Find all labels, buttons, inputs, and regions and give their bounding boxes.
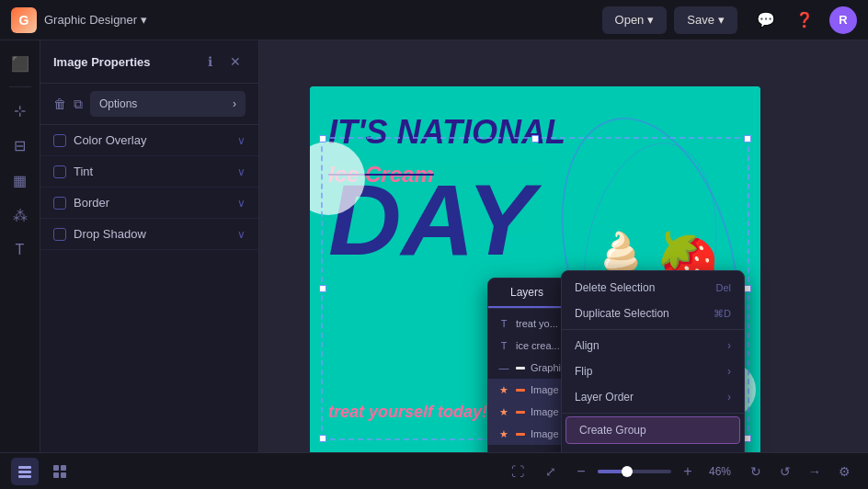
svg-rect-1 [18, 471, 31, 473]
left-toolbar: ⬛ ⊹ ⊟ ▦ ⁂ T [0, 40, 40, 452]
chevron-right-icon: › [233, 97, 236, 110]
topbar: G Graphic Designer ▾ Open ▾ Save ▾ 💬 ❓ R [0, 0, 868, 40]
color-overlay-checkbox[interactable] [53, 134, 66, 147]
panel-header-icons: ℹ ✕ [200, 51, 246, 72]
delete-icon[interactable]: 🗑 [53, 97, 66, 111]
color-overlay-section[interactable]: Color Overlay ∨ [40, 125, 258, 156]
adjust-icon[interactable]: ⊟ [5, 130, 36, 161]
text-icon[interactable]: T [5, 234, 36, 266]
toolbar-separator [9, 86, 31, 87]
image-layer-icon: ★ [497, 405, 510, 418]
design-title-text: IT'S NATIONAL [328, 114, 565, 151]
border-label: Border [74, 196, 230, 210]
home-icon[interactable]: ⬛ [5, 48, 36, 79]
layers-view-icon[interactable] [11, 458, 39, 485]
chevron-right-icon: › [727, 450, 731, 452]
grid-view-icon[interactable] [46, 458, 74, 485]
app-name-label: Graphic Designer [44, 13, 137, 27]
canvas-area[interactable]: IT'S NATIONAL Ice Cream DAY treat yourse… [259, 40, 868, 452]
settings-icon[interactable]: ⚙ [831, 459, 857, 484]
text-layer-icon: T [497, 317, 510, 330]
app-logo: G [11, 7, 37, 33]
chevron-down-icon: ▾ [647, 13, 654, 27]
tint-chevron: ∨ [237, 165, 246, 178]
chevron-down-icon: ▾ [141, 13, 147, 27]
svg-rect-5 [53, 472, 59, 478]
color-overlay-label: Color Overlay [74, 133, 230, 147]
image2-dot [516, 433, 525, 436]
panel-title: Image Properties [53, 55, 151, 69]
fullscreen-icon[interactable]: ⛶ [504, 458, 531, 485]
color-overlay-chevron: ∨ [237, 134, 246, 147]
close-icon[interactable]: ✕ [225, 51, 246, 72]
image-layer-icon: ★ [497, 383, 510, 396]
drop-shadow-chevron: ∨ [237, 228, 246, 241]
ctx-duplicate-selection[interactable]: Duplicate Selection ⌘D [562, 301, 744, 326]
chevron-right-icon: › [727, 391, 731, 404]
app-name-button[interactable]: Graphic Designer ▾ [44, 13, 147, 27]
context-menu: Delete Selection Del Duplicate Selection… [561, 270, 745, 452]
graphic-layer-icon: — [497, 361, 510, 374]
drop-shadow-section[interactable]: Drop Shadow ∨ [40, 219, 258, 250]
chevron-right-icon: › [727, 365, 731, 378]
bottom-right-icons: ↻ ↺ → ⚙ [743, 459, 857, 484]
ctx-add-to-group[interactable]: Add to Group › [562, 444, 744, 452]
main-area: ⬛ ⊹ ⊟ ▦ ⁂ T Image Properties ℹ ✕ 🗑 ⧉ Opt… [0, 40, 868, 452]
tint-label: Tint [74, 165, 230, 178]
open-button[interactable]: Open ▾ [602, 6, 668, 34]
drop-shadow-checkbox[interactable] [53, 228, 66, 241]
image-layer-icon: ★ [497, 427, 510, 440]
options-button[interactable]: Options › [90, 91, 246, 117]
svg-rect-4 [61, 465, 66, 471]
ctx-align[interactable]: Align › [562, 333, 744, 358]
zoom-controls: ⛶ ⤢ − + 46% [504, 458, 736, 485]
save-button[interactable]: Save ▾ [674, 6, 737, 34]
zoom-out-button[interactable]: − [570, 461, 592, 483]
undo-icon[interactable]: ↺ [772, 459, 798, 484]
fit-screen-icon[interactable]: ⤢ [537, 458, 565, 485]
people-icon[interactable]: ⁂ [5, 199, 36, 231]
forward-icon[interactable]: → [802, 459, 828, 484]
svg-rect-6 [61, 472, 66, 478]
graphic-dot [516, 367, 525, 370]
select-icon[interactable]: ⊹ [5, 95, 36, 126]
layout-icon[interactable]: ▦ [5, 165, 36, 196]
ctx-flip[interactable]: Flip › [562, 358, 744, 384]
border-chevron: ∨ [237, 197, 246, 210]
tint-checkbox[interactable] [53, 165, 66, 178]
image1-dot [516, 411, 525, 414]
ctx-separator-1 [562, 329, 744, 330]
zoom-slider[interactable] [598, 470, 671, 473]
side-panel: Image Properties ℹ ✕ 🗑 ⧉ Options › Color… [40, 40, 259, 452]
svg-rect-2 [18, 475, 31, 478]
design-tagline-text: treat yourself today! [328, 403, 487, 422]
zoom-percentage: 46% [704, 465, 736, 478]
duplicate-icon[interactable]: ⧉ [74, 97, 83, 112]
svg-rect-0 [18, 466, 31, 469]
info-icon[interactable]: ℹ [200, 51, 220, 72]
topbar-icons: 💬 ❓ R [752, 6, 857, 34]
chevron-right-icon: › [727, 339, 731, 352]
drop-shadow-label: Drop Shadow [74, 227, 230, 241]
border-checkbox[interactable] [53, 197, 66, 210]
user-avatar[interactable]: R [829, 6, 857, 34]
chevron-down-icon: ▾ [718, 13, 725, 27]
chat-icon-button[interactable]: 💬 [752, 6, 780, 34]
panel-header: Image Properties ℹ ✕ [40, 40, 258, 84]
border-section[interactable]: Border ∨ [40, 188, 258, 219]
ctx-delete-selection[interactable]: Delete Selection Del [562, 275, 744, 301]
ctx-create-group[interactable]: Create Group [565, 416, 740, 444]
tint-section[interactable]: Tint ∨ [40, 156, 258, 188]
ctx-separator-2 [562, 413, 744, 414]
svg-rect-3 [53, 465, 59, 471]
tab-layers[interactable]: Layers [488, 279, 565, 308]
image3-dot [516, 389, 525, 392]
zoom-slider-thumb[interactable] [622, 466, 633, 477]
options-row: 🗑 ⧉ Options › [40, 84, 258, 125]
graphic-layer-icon: — [497, 449, 510, 452]
ctx-layer-order[interactable]: Layer Order › [562, 384, 744, 410]
bottom-bar: ⛶ ⤢ − + 46% ↻ ↺ → ⚙ [0, 452, 868, 489]
redo-icon[interactable]: ↻ [743, 459, 769, 484]
zoom-in-button[interactable]: + [677, 461, 699, 483]
help-icon-button[interactable]: ❓ [791, 6, 818, 34]
